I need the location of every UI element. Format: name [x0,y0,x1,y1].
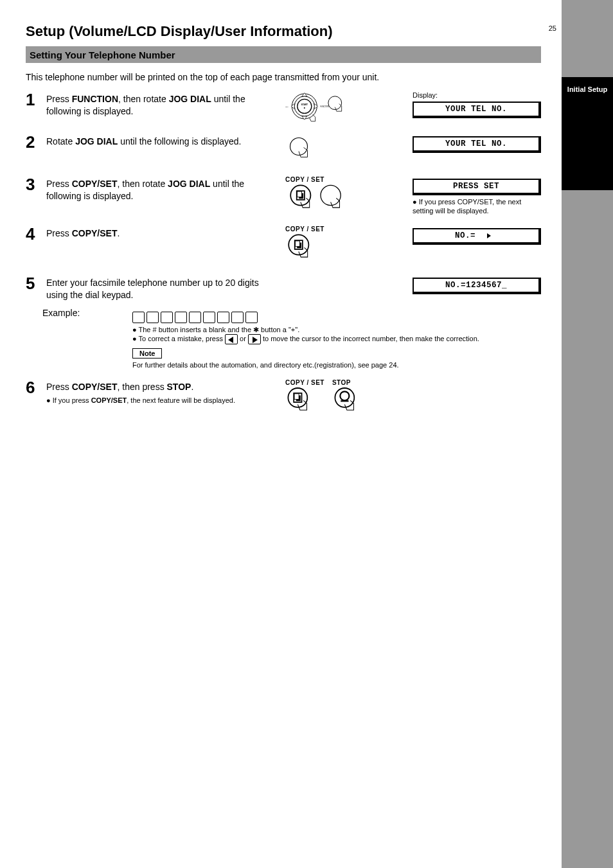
step-text-1: Press FUNCTION, then rotate JOG DIAL unt… [46,91,279,118]
step-number-1: 1 [26,91,42,108]
lcd-display-2: YOUR TEL NO. [413,136,541,153]
svg-marker-5 [302,93,307,96]
left-arrow-icon [225,334,238,344]
stop-button-icon [332,386,360,418]
svg-point-29 [340,391,349,400]
svg-rect-27 [294,394,299,400]
step-text-3: Press COPY/SET, then rotate JOG DIAL unt… [46,176,279,202]
svg-marker-6 [302,116,307,120]
step-5-bullet-1: ● The # button inserts a blank and the ✱… [132,326,541,334]
svg-marker-8 [314,104,317,109]
step-text-4: Press COPY/SET. [46,226,279,240]
sidebar-text: Initial Setup [567,85,607,93]
right-arrow-icon [248,334,261,344]
lcd-display-1: YOUR TEL NO. [413,102,541,118]
svg-point-13 [290,138,308,155]
lcd-display-3: PRESS SET [413,179,541,195]
copy-and-dial-icon [285,183,356,217]
svg-point-2 [298,100,312,114]
step-6-icons: COPY / SET STOP [285,379,401,421]
example-label: Example: [42,308,132,369]
copy-set-label-6: COPY / SET [285,379,324,386]
note-box-label: Note [132,348,162,359]
lcd-note-3: ● If you press COPY/SET, the next settin… [413,198,541,216]
copy-button-icon [285,233,319,266]
stop-label-6: STOP [332,379,360,386]
intro-paragraph: This telephone number will be printed on… [26,72,541,82]
copy-button-icon-6 [285,386,314,418]
svg-text:DIRECTORY SEARCH: DIRECTORY SEARCH [285,106,289,107]
sidebar-chapter-label: Initial Setup [562,85,613,94]
step-number-5: 5 [26,275,42,292]
step-number-4: 4 [26,226,42,242]
caret-icon [486,233,492,239]
svg-marker-23 [487,233,491,238]
step-number-3: 3 [26,176,42,193]
jog-dial-icon: START ZOOM DIRECTORY SEARCH FUNCTION [285,91,347,125]
step-number-6: 6 [26,379,42,396]
step-3-icons: COPY / SET [285,176,401,219]
page-number: 25 [549,24,556,32]
svg-text:FUNCTION: FUNCTION [321,105,330,108]
copy-set-label-4: COPY / SET [285,226,401,233]
step-4-icons: COPY / SET [285,226,401,269]
lcd-display-4: NO.= [413,228,541,245]
step-text-6: Press COPY/SET, then press STOP. ● If yo… [46,379,279,405]
step-number-2: 2 [26,134,42,150]
step-text-5: Enter your facsimile telephone number up… [46,275,279,301]
svg-point-4 [304,107,305,109]
svg-marker-7 [291,104,294,109]
section-title: Setup (Volume/LCD Display/User Informati… [26,23,541,40]
copy-set-label-3: COPY / SET [285,176,401,183]
step-5-note-text: For further details about the automation… [132,361,541,369]
svg-rect-22 [296,241,300,247]
dial-keypad-icon [132,312,541,323]
svg-text:ZOOM: ZOOM [302,91,307,92]
svg-rect-17 [298,191,302,197]
svg-text:START: START [301,103,308,106]
lcd-display-5: NO.=1234567_ [413,278,541,294]
jog-dial-small-icon [285,134,324,167]
step-text-2: Rotate JOG DIAL until the following is d… [46,134,279,148]
lcd-header-1: Display: [413,91,541,99]
step-1-icons: START ZOOM DIRECTORY SEARCH FUNCTION [285,91,401,127]
subsection-bar: Setting Your Telephone Number [26,46,541,63]
step-2-icons [285,134,401,170]
step-5-bullet-2: ● To correct a mistake, press or to move… [132,334,541,344]
